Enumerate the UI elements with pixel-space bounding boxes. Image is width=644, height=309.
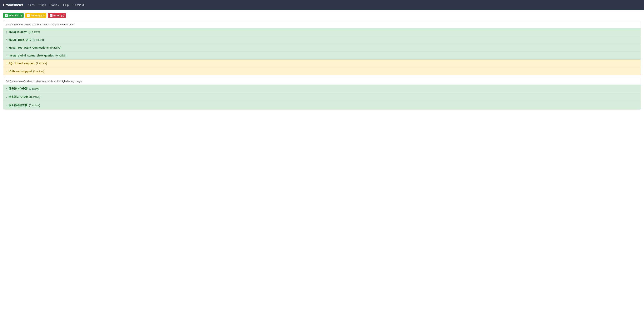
alert-count-0-5: (1 active) bbox=[33, 70, 44, 73]
alert-count-1-2: (0 active) bbox=[29, 104, 40, 107]
chevron-icon-1-1: › bbox=[6, 96, 7, 98]
rule-group-header-0: /etc/prometheus/mysql-exporter-record-ru… bbox=[3, 21, 641, 28]
pending-checkbox: ✓ bbox=[27, 14, 30, 17]
alert-name-0-0: MySql is down bbox=[9, 30, 27, 34]
rule-group-1: /etc/prometheus/node-exporter-record-rul… bbox=[3, 78, 641, 110]
groups-container: /etc/prometheus/mysql-exporter-record-ru… bbox=[3, 21, 641, 110]
alert-count-0-1: (0 active) bbox=[33, 38, 44, 41]
chevron-icon-0-1: › bbox=[6, 38, 7, 41]
chevron-icon-1-0: › bbox=[6, 88, 7, 90]
alert-name-0-1: MySql_High_QPS bbox=[9, 38, 31, 41]
alert-row-1-2[interactable]: ›服务器磁盘告警 (0 active) bbox=[3, 101, 641, 109]
alert-count-0-0: (0 active) bbox=[29, 30, 40, 34]
pending-label: Pending (2) bbox=[31, 14, 44, 17]
filter-inactive-button[interactable]: ✓ Inactive (7) bbox=[3, 13, 24, 18]
chevron-icon-0-2: › bbox=[6, 46, 7, 49]
filter-firing-button[interactable]: ✓ Firing (0) bbox=[48, 13, 66, 18]
alert-row-0-1[interactable]: ›MySql_High_QPS (0 active) bbox=[3, 36, 641, 44]
alert-row-0-0[interactable]: ›MySql is down (0 active) bbox=[3, 28, 641, 36]
navbar-links: Alerts Graph Status Help Classic UI bbox=[28, 4, 84, 6]
rule-group-header-1: /etc/prometheus/node-exporter-record-rul… bbox=[3, 78, 641, 85]
alert-row-1-0[interactable]: ›服务器内存告警 (0 active) bbox=[3, 85, 641, 93]
alert-row-0-5[interactable]: ›IO thread stopped (1 active) bbox=[3, 68, 641, 75]
alert-row-0-4[interactable]: ›SQL thread stopped (1 active) bbox=[3, 60, 641, 68]
filter-bar: ✓ Inactive (7) ✓ Pending (2) ✓ Firing (0… bbox=[3, 13, 641, 18]
alert-name-0-2: Mysql_Too_Many_Connections bbox=[9, 46, 49, 49]
alert-name-1-0: 服务器内存告警 bbox=[9, 87, 28, 90]
firing-checkbox: ✓ bbox=[50, 14, 52, 17]
alert-name-0-4: SQL thread stopped bbox=[9, 62, 34, 65]
alert-row-1-1[interactable]: ›服务器CPU告警 (0 active) bbox=[3, 93, 641, 101]
firing-label: Firing (0) bbox=[54, 14, 64, 17]
chevron-icon-0-4: › bbox=[6, 62, 7, 65]
chevron-icon-0-3: › bbox=[6, 54, 7, 57]
alert-count-0-4: (1 active) bbox=[36, 62, 47, 65]
navbar: Prometheus Alerts Graph Status Help Clas… bbox=[0, 0, 644, 10]
alert-name-1-2: 服务器磁盘告警 bbox=[9, 104, 28, 107]
alert-name-0-3: mysql_global_status_slow_queries bbox=[9, 54, 54, 57]
alert-row-0-3[interactable]: ›mysql_global_status_slow_queries (0 act… bbox=[3, 52, 641, 60]
alert-row-0-2[interactable]: ›Mysql_Too_Many_Connections (0 active) bbox=[3, 44, 641, 52]
filter-pending-button[interactable]: ✓ Pending (2) bbox=[25, 13, 46, 18]
chevron-icon-0-0: › bbox=[6, 30, 7, 33]
alert-name-1-1: 服务器CPU告警 bbox=[9, 95, 28, 99]
alert-count-1-0: (0 active) bbox=[29, 87, 40, 90]
nav-help[interactable]: Help bbox=[63, 4, 69, 6]
main-content: ✓ Inactive (7) ✓ Pending (2) ✓ Firing (0… bbox=[0, 10, 644, 309]
nav-classic-ui[interactable]: Classic UI bbox=[72, 4, 84, 6]
navbar-brand[interactable]: Prometheus bbox=[3, 3, 23, 7]
nav-graph[interactable]: Graph bbox=[38, 4, 46, 6]
chevron-icon-0-5: › bbox=[6, 70, 7, 73]
alert-count-1-1: (0 active) bbox=[30, 96, 40, 98]
alert-count-0-2: (0 active) bbox=[50, 46, 61, 49]
alert-count-0-3: (0 active) bbox=[55, 54, 66, 57]
rule-group-0: /etc/prometheus/mysql-exporter-record-ru… bbox=[3, 21, 641, 75]
chevron-icon-1-2: › bbox=[6, 104, 7, 107]
inactive-checkbox: ✓ bbox=[5, 14, 8, 17]
nav-alerts[interactable]: Alerts bbox=[28, 4, 34, 6]
inactive-label: Inactive (7) bbox=[9, 14, 22, 17]
nav-status-dropdown[interactable]: Status bbox=[50, 4, 60, 6]
alert-name-0-5: IO thread stopped bbox=[9, 70, 32, 73]
